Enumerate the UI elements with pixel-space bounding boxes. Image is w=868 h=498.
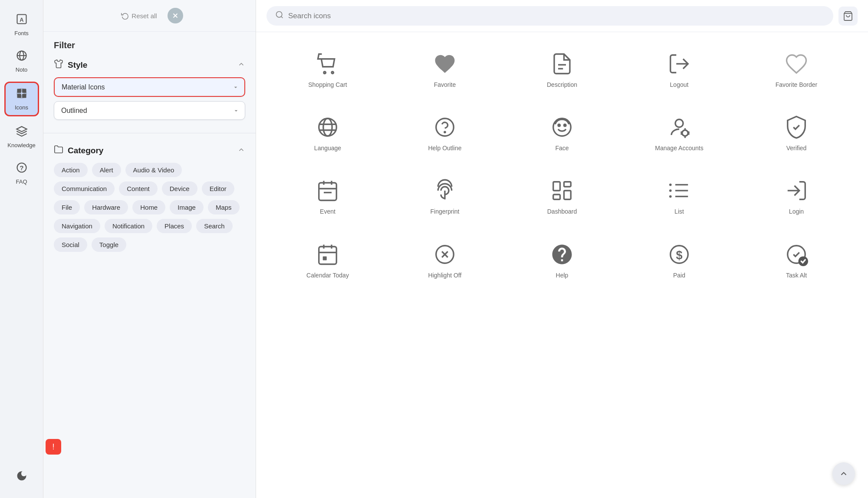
- icon-list[interactable]: List: [625, 172, 733, 222]
- icon-label-task-alt: Task Alt: [786, 271, 807, 279]
- chip-device[interactable]: Device: [162, 181, 197, 196]
- filter-title: Filter: [43, 32, 256, 55]
- category-section: Category Action Alert Audio & Video Comm…: [43, 140, 256, 259]
- nav-item-icons[interactable]: Icons: [4, 82, 39, 116]
- category-header: Category: [54, 145, 245, 157]
- svg-point-30: [682, 130, 688, 136]
- svg-rect-37: [319, 183, 337, 201]
- icon-label-fingerprint: Fingerprint: [431, 208, 460, 215]
- icon-paid[interactable]: $ Paid: [625, 236, 733, 286]
- chip-navigation[interactable]: Navigation: [54, 219, 100, 233]
- chip-communication[interactable]: Communication: [54, 181, 115, 196]
- icon-favorite[interactable]: Favorite: [391, 45, 499, 96]
- icons-icon: [16, 87, 28, 102]
- nav-item-faq[interactable]: ? FAQ: [4, 157, 39, 189]
- svg-text:?: ?: [20, 164, 23, 171]
- svg-rect-8: [22, 94, 26, 98]
- icon-favorite-border[interactable]: Favorite Border: [742, 45, 851, 96]
- chip-action[interactable]: Action: [54, 163, 88, 177]
- icon-label-language: Language: [314, 144, 341, 152]
- icon-calendar-today[interactable]: Calendar Today: [273, 236, 382, 286]
- icon-logout[interactable]: Logout: [625, 45, 733, 96]
- category-chips-container: Action Alert Audio & Video Communication…: [54, 163, 245, 252]
- search-icon: [275, 10, 284, 21]
- chip-alert[interactable]: Alert: [92, 163, 121, 177]
- svg-rect-42: [553, 182, 560, 191]
- icon-login[interactable]: Login: [742, 172, 851, 222]
- svg-point-29: [564, 124, 566, 126]
- category-title: Category: [54, 145, 103, 157]
- svg-point-28: [558, 124, 560, 126]
- category-chevron-icon[interactable]: [237, 146, 245, 156]
- svg-rect-57: [323, 256, 327, 260]
- nav-item-fonts[interactable]: A Fonts: [4, 9, 39, 41]
- noto-icon: [16, 49, 28, 65]
- icons-grid: Shopping Cart Favorite Description: [256, 32, 868, 498]
- icon-label-paid: Paid: [673, 271, 685, 279]
- search-input-wrap[interactable]: [266, 6, 833, 26]
- style-section-label: Style: [68, 60, 87, 70]
- bag-icon[interactable]: [838, 7, 858, 26]
- chip-toggle[interactable]: Toggle: [92, 237, 126, 252]
- svg-rect-53: [319, 247, 337, 264]
- icon-description[interactable]: Description: [508, 45, 616, 96]
- nav-item-darkmode[interactable]: [4, 465, 39, 489]
- left-nav: A Fonts Noto Icons: [0, 0, 43, 498]
- close-button[interactable]: [168, 8, 183, 23]
- icon-help[interactable]: Help: [508, 236, 616, 286]
- chip-search[interactable]: Search: [196, 219, 233, 233]
- icon-fingerprint[interactable]: Fingerprint: [391, 172, 499, 222]
- icon-event[interactable]: Event: [273, 172, 382, 222]
- scroll-to-top-button[interactable]: [832, 462, 855, 485]
- icon-task-alt[interactable]: Task Alt: [742, 236, 851, 286]
- alert-badge[interactable]: !: [46, 439, 61, 455]
- style-section: Style Material Icons Material Symbols Fo…: [43, 55, 256, 131]
- filter-panel: Reset all Filter Style: [43, 0, 256, 498]
- svg-rect-7: [17, 94, 21, 98]
- main-content: Shopping Cart Favorite Description: [256, 0, 868, 498]
- svg-line-32: [681, 134, 682, 135]
- svg-point-13: [276, 12, 282, 17]
- nav-label-noto: Noto: [16, 66, 27, 73]
- icon-label-favorite-border: Favorite Border: [776, 81, 817, 89]
- svg-line-36: [688, 132, 690, 132]
- icon-label-face: Face: [555, 144, 569, 152]
- icon-dashboard[interactable]: Dashboard: [508, 172, 616, 222]
- icon-label-login: Login: [789, 208, 804, 215]
- icon-shopping-cart[interactable]: Shopping Cart: [273, 45, 382, 96]
- icon-label-list: List: [674, 208, 684, 215]
- chip-audio-video[interactable]: Audio & Video: [125, 163, 182, 177]
- reset-all-button[interactable]: Reset all: [116, 9, 162, 22]
- chip-home[interactable]: Home: [132, 200, 165, 214]
- variant-dropdown[interactable]: Outlined Filled Round Sharp Two Tone: [54, 101, 245, 120]
- chip-maps[interactable]: Maps: [208, 200, 240, 214]
- darkmode-icon: [16, 470, 28, 485]
- svg-line-33: [688, 134, 690, 135]
- icon-highlight-off[interactable]: Highlight Off: [391, 236, 499, 286]
- chip-hardware[interactable]: Hardware: [84, 200, 128, 214]
- svg-text:A: A: [20, 16, 23, 23]
- nav-item-noto[interactable]: Noto: [4, 45, 39, 77]
- chip-image[interactable]: Image: [170, 200, 204, 214]
- icon-help-outline[interactable]: Help Outline: [391, 109, 499, 159]
- icon-label-verified: Verified: [786, 144, 807, 152]
- svg-point-27: [553, 119, 571, 136]
- nav-item-knowledge[interactable]: Knowledge: [4, 121, 39, 153]
- chip-editor[interactable]: Editor: [202, 181, 234, 196]
- chip-file[interactable]: File: [54, 200, 80, 214]
- chip-content[interactable]: Content: [119, 181, 158, 196]
- search-input[interactable]: [288, 12, 825, 20]
- icon-verified[interactable]: Verified: [742, 109, 851, 159]
- chip-social[interactable]: Social: [54, 237, 87, 252]
- style-icon: [54, 59, 63, 71]
- style-dropdown[interactable]: Material Icons Material Symbols Font Awe…: [54, 77, 245, 97]
- svg-line-14: [281, 16, 283, 18]
- nav-label-faq: FAQ: [16, 178, 27, 185]
- icon-label-calendar-today: Calendar Today: [306, 271, 349, 279]
- chip-notification[interactable]: Notification: [105, 219, 152, 233]
- chip-places[interactable]: Places: [157, 219, 192, 233]
- icon-face[interactable]: Face: [508, 109, 616, 159]
- style-chevron-icon[interactable]: [237, 60, 245, 70]
- icon-language[interactable]: Language: [273, 109, 382, 159]
- icon-manage-accounts[interactable]: Manage Accounts: [625, 109, 733, 159]
